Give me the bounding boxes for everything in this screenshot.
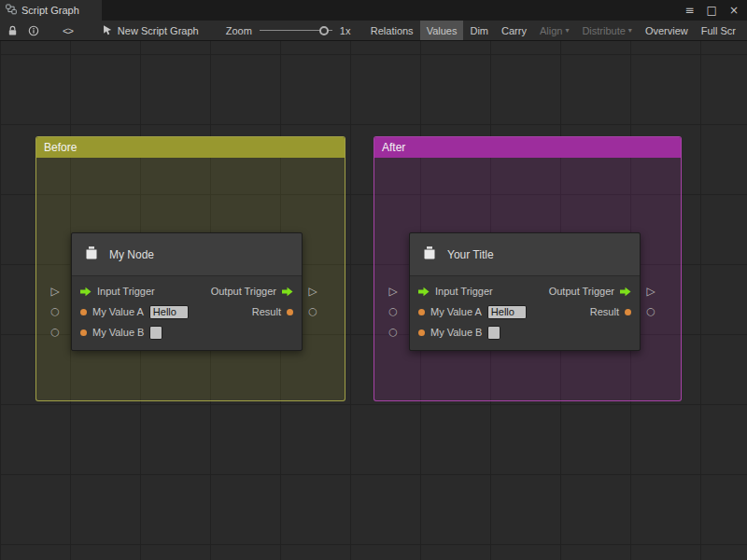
unit-icon <box>82 244 101 266</box>
external-value-input-port[interactable]: ○ <box>49 304 61 319</box>
external-flow-input-port[interactable]: ▷ <box>49 284 61 299</box>
value-input-port[interactable] <box>80 329 87 336</box>
value-b-label: My Value B <box>430 327 482 338</box>
carry-button[interactable]: Carry <box>495 21 533 41</box>
zoom-slider[interactable] <box>260 21 332 41</box>
align-button[interactable]: Align ▾ <box>533 21 575 41</box>
group-after-header[interactable]: After <box>374 137 681 158</box>
port-row-triggers: Input Trigger Output Trigger <box>72 281 302 301</box>
group-after[interactable]: After Your Title <box>374 136 682 401</box>
group-title: Before <box>44 141 77 154</box>
script-graph-window: Script Graph ≡ □ × <> <box>0 0 747 560</box>
value-a-label: My Value A <box>430 306 482 317</box>
port-row-value-b: My Value B <box>72 322 302 343</box>
external-value-output-port[interactable]: ○ <box>645 304 656 319</box>
graph-name-label: New Script Graph <box>118 25 199 36</box>
graph-pointer-icon <box>102 24 113 37</box>
value-input-port[interactable] <box>80 309 87 315</box>
titlebar: Script Graph ≡ □ × <box>0 0 747 21</box>
result-label: Result <box>590 306 619 317</box>
input-trigger-label: Input Trigger <box>97 286 155 297</box>
info-icon[interactable] <box>26 21 41 41</box>
port-row-value-a: My Value A Result <box>410 301 640 322</box>
overview-button[interactable]: Overview <box>639 21 695 41</box>
group-before[interactable]: Before My Node <box>35 136 345 401</box>
port-row-value-b: My Value B <box>410 322 640 343</box>
value-a-field[interactable] <box>149 305 189 319</box>
input-trigger-label: Input Trigger <box>435 286 493 297</box>
external-flow-output-port[interactable]: ▷ <box>645 284 656 299</box>
node-header[interactable]: Your Title <box>410 233 640 276</box>
unit-icon <box>420 244 439 266</box>
node-header[interactable]: My Node <box>72 233 302 276</box>
align-label: Align <box>540 25 562 36</box>
tab-label: Script Graph <box>21 5 79 16</box>
dim-button[interactable]: Dim <box>463 21 495 41</box>
window-controls: ≡ □ × <box>685 0 747 21</box>
group-before-header[interactable]: Before <box>36 137 345 158</box>
chevron-down-icon: ▾ <box>628 26 632 35</box>
external-value-input-port[interactable]: ○ <box>388 325 399 340</box>
flow-input-port[interactable] <box>80 287 92 297</box>
close-icon[interactable]: × <box>729 5 739 16</box>
value-input-port[interactable] <box>418 309 425 315</box>
distribute-button[interactable]: Distribute ▾ <box>575 21 638 41</box>
zoom-slider-knob[interactable] <box>319 26 329 35</box>
output-trigger-label: Output Trigger <box>549 286 614 297</box>
external-value-output-port[interactable]: ○ <box>307 304 318 319</box>
node-my-node[interactable]: My Node Input Trigger Output Trigger <box>71 232 303 351</box>
toolbar-buttons: Relations Values Dim Carry Align ▾ Distr… <box>364 21 742 41</box>
group-title: After <box>382 141 405 154</box>
maximize-icon[interactable]: □ <box>707 5 717 16</box>
value-output-port[interactable] <box>625 309 631 315</box>
code-icon[interactable]: <> <box>63 21 73 41</box>
node-body: Input Trigger Output Trigger My Valu <box>410 276 640 350</box>
distribute-label: Distribute <box>582 25 625 36</box>
toolbar: <> New Script Graph Zoom 1x Relations Va… <box>0 21 747 41</box>
value-input-port[interactable] <box>418 329 425 336</box>
value-b-field[interactable] <box>149 326 162 340</box>
script-graph-icon <box>6 4 17 17</box>
external-value-input-port[interactable]: ○ <box>388 304 399 319</box>
zoom-label: Zoom <box>226 25 252 36</box>
port-row-triggers: Input Trigger Output Trigger <box>410 281 640 301</box>
node-title: Your Title <box>447 248 494 261</box>
node-your-title[interactable]: Your Title Input Trigger Output Trigger <box>409 232 641 351</box>
value-output-port[interactable] <box>287 309 293 315</box>
lock-icon[interactable] <box>5 21 20 41</box>
fullscreen-button[interactable]: Full Scr <box>695 21 742 41</box>
window-menu-icon[interactable]: ≡ <box>685 5 695 16</box>
value-b-label: My Value B <box>92 327 144 338</box>
output-trigger-label: Output Trigger <box>211 286 276 297</box>
graph-canvas[interactable]: Before My Node <box>0 41 747 560</box>
external-flow-input-port[interactable]: ▷ <box>388 284 399 299</box>
graph-asset-selector[interactable]: New Script Graph <box>102 24 199 37</box>
result-label: Result <box>252 306 281 317</box>
flow-input-port[interactable] <box>418 287 430 297</box>
tab-script-graph[interactable]: Script Graph <box>0 0 102 21</box>
values-button[interactable]: Values <box>420 21 464 41</box>
external-value-input-port[interactable]: ○ <box>49 325 61 340</box>
relations-button[interactable]: Relations <box>364 21 420 41</box>
node-body: Input Trigger Output Trigger My Valu <box>72 276 302 350</box>
flow-output-port[interactable] <box>282 287 293 297</box>
value-b-field[interactable] <box>487 326 500 340</box>
external-flow-output-port[interactable]: ▷ <box>307 284 318 299</box>
value-a-field[interactable] <box>487 305 527 319</box>
flow-output-port[interactable] <box>620 287 631 297</box>
port-row-value-a: My Value A Result <box>72 301 302 322</box>
node-title: My Node <box>109 248 154 261</box>
value-a-label: My Value A <box>92 306 144 317</box>
zoom-value: 1x <box>340 25 351 36</box>
chevron-down-icon: ▾ <box>565 26 569 35</box>
